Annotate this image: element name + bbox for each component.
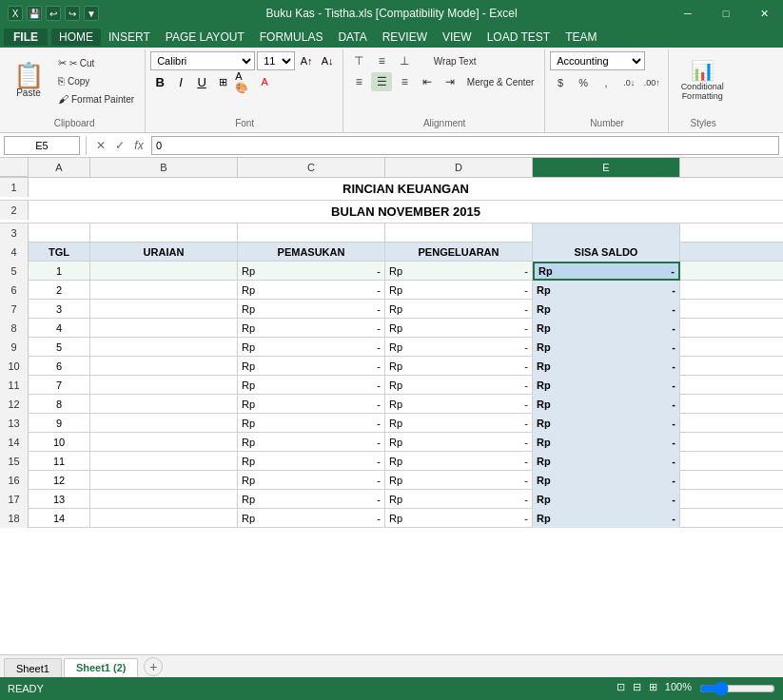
sheet-cell[interactable]: Rp- — [238, 452, 385, 471]
sheet-cell[interactable]: Rp- — [533, 281, 680, 300]
sheet-cell[interactable]: Rp- — [385, 338, 533, 357]
sheet-cell[interactable] — [90, 490, 238, 509]
sheet-cell[interactable]: Rp- — [385, 433, 533, 452]
menu-load-test[interactable]: LOAD TEST — [480, 29, 558, 46]
align-bottom-button[interactable]: ⊥ — [394, 51, 415, 70]
sheet-cell[interactable]: Rp- — [533, 395, 680, 414]
redo-icon[interactable]: ↪ — [65, 6, 80, 21]
sheet-cell[interactable] — [90, 509, 238, 528]
title-row1[interactable]: RINCIAN KEUANGAN — [29, 178, 783, 200]
menu-review[interactable]: REVIEW — [375, 29, 435, 46]
sheet-cell[interactable] — [90, 224, 238, 243]
sheet-cell[interactable]: Rp- — [533, 471, 680, 490]
sheet-cell[interactable]: 4 — [29, 319, 90, 338]
sheet-cell[interactable]: Rp- — [238, 376, 385, 395]
sheet-cell[interactable]: Rp- — [385, 281, 533, 300]
file-menu-button[interactable]: FILE — [4, 29, 48, 46]
wrap-text-button[interactable]: Wrap Text — [417, 51, 493, 70]
sheet-cell[interactable] — [90, 452, 238, 471]
sheet-cell[interactable] — [29, 224, 90, 243]
sheet-cell[interactable]: Rp- — [385, 471, 533, 490]
sheet-cell[interactable]: Rp- — [533, 452, 680, 471]
sheet-cell[interactable]: Rp- — [533, 490, 680, 509]
sheet-cell[interactable]: 2 — [29, 281, 90, 300]
sheet-cell[interactable] — [90, 395, 238, 414]
merge-center-button[interactable]: Merge & Center — [462, 72, 538, 91]
increase-decimal-button[interactable]: .00↑ — [641, 73, 662, 92]
number-format-select[interactable]: Accounting General Number Currency — [550, 51, 645, 70]
sheet-cell[interactable]: TGL — [29, 243, 90, 262]
sheet-cell[interactable]: 3 — [29, 300, 90, 319]
sheet-cell[interactable] — [90, 357, 238, 376]
menu-page-layout[interactable]: PAGE LAYOUT — [158, 29, 252, 46]
sheet-cell[interactable]: Rp- — [238, 471, 385, 490]
sheet-cell[interactable]: Rp- — [238, 319, 385, 338]
sheet-cell[interactable] — [90, 433, 238, 452]
insert-function-button[interactable]: fx — [130, 137, 147, 154]
sheet-cell[interactable]: Rp- — [238, 433, 385, 452]
col-header-e[interactable]: E — [533, 158, 680, 177]
page-layout-icon[interactable]: ⊟ — [633, 681, 641, 696]
align-middle-button[interactable]: ≡ — [371, 51, 392, 70]
sheet-cell[interactable]: 11 — [29, 452, 90, 471]
sheet-cell[interactable]: Rp- — [385, 452, 533, 471]
font-size-select[interactable]: 11 — [257, 51, 295, 70]
sheet-cell[interactable]: Rp- — [385, 262, 533, 281]
sheet-cell[interactable]: 6 — [29, 357, 90, 376]
percent-button[interactable]: % — [573, 73, 594, 92]
underline-button[interactable]: U — [192, 72, 211, 91]
sheet-cell[interactable]: PENGELUARAN — [385, 243, 533, 262]
sheet-cell[interactable]: 9 — [29, 414, 90, 433]
sheet-cell[interactable]: Rp- — [385, 414, 533, 433]
sheet-cell[interactable]: 5 — [29, 338, 90, 357]
sheet-cell[interactable]: Rp- — [533, 376, 680, 395]
customize-icon[interactable]: ▼ — [84, 6, 99, 21]
col-header-d[interactable]: D — [385, 158, 533, 177]
decrease-decimal-button[interactable]: .0↓ — [618, 73, 639, 92]
add-sheet-button[interactable]: + — [144, 657, 163, 676]
paste-button[interactable]: 📋 Paste — [8, 51, 49, 108]
quick-save-icon[interactable]: 💾 — [27, 6, 42, 21]
sheet-cell[interactable]: Rp- — [238, 509, 385, 528]
undo-icon[interactable]: ↩ — [46, 6, 61, 21]
name-box[interactable]: E5 — [4, 136, 80, 155]
decrease-font-button[interactable]: A↓ — [318, 51, 337, 70]
sheet-cell[interactable] — [90, 281, 238, 300]
menu-home[interactable]: HOME — [51, 29, 101, 46]
copy-button[interactable]: ⎘ Copy — [53, 72, 139, 89]
sheet-cell[interactable]: Rp- — [238, 395, 385, 414]
font-name-select[interactable]: Calibri — [150, 51, 255, 70]
sheet-cell[interactable]: Rp- — [385, 509, 533, 528]
sheet-cell[interactable]: URAIAN — [90, 243, 238, 262]
title-row2[interactable]: BULAN NOVEMBER 2015 — [29, 201, 783, 223]
increase-font-button[interactable]: A↑ — [297, 51, 316, 70]
sheet-cell[interactable]: Rp- — [385, 357, 533, 376]
sheet-cell[interactable]: Rp- — [385, 395, 533, 414]
minimize-button[interactable]: ─ — [669, 0, 707, 27]
col-header-b[interactable]: B — [90, 158, 238, 177]
menu-formulas[interactable]: FORMULAS — [252, 29, 331, 46]
sheet-cell[interactable]: 1 — [29, 262, 90, 281]
sheet-cell[interactable]: Rp- — [533, 319, 680, 338]
bold-button[interactable]: B — [150, 72, 169, 91]
align-left-button[interactable]: ≡ — [348, 72, 369, 91]
sheet-cell[interactable] — [90, 319, 238, 338]
sheet-cell[interactable]: Rp- — [238, 262, 385, 281]
zoom-slider[interactable] — [699, 681, 775, 696]
sheet-cell[interactable] — [90, 471, 238, 490]
border-button[interactable]: ⊞ — [213, 72, 232, 91]
sheet-cell[interactable] — [385, 224, 533, 243]
col-header-a[interactable]: A — [29, 158, 90, 177]
sheet-cell[interactable]: 7 — [29, 376, 90, 395]
sheet-cell[interactable] — [238, 224, 385, 243]
normal-view-icon[interactable]: ⊡ — [617, 681, 625, 696]
align-center-button[interactable]: ☰ — [371, 72, 392, 91]
sheet-cell[interactable]: 13 — [29, 490, 90, 509]
conditional-formatting-button[interactable]: 📊 ConditionalFormatting — [674, 51, 731, 108]
sheet-cell[interactable]: Rp- — [533, 357, 680, 376]
col-header-c[interactable]: C — [238, 158, 385, 177]
maximize-button[interactable]: □ — [707, 0, 745, 27]
sheet-cell[interactable]: Rp- — [533, 300, 680, 319]
sheet-cell[interactable]: Rp- — [385, 376, 533, 395]
sheet-cell[interactable]: Rp- — [385, 490, 533, 509]
